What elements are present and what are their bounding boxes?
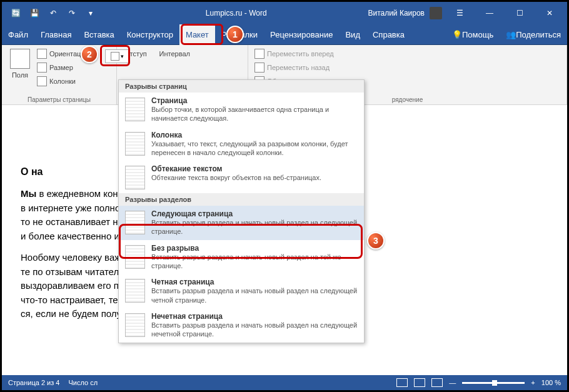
columns-button[interactable]: Колонки [36,75,89,88]
zoom-slider[interactable] [462,382,525,384]
badge-3: 3 [367,232,385,249]
tab-share[interactable]: 👥 Поделиться [500,24,567,45]
undo-icon[interactable]: ↶ [46,6,61,21]
dd-item-next-page[interactable]: Следующая страницаВставить разрыв раздел… [119,206,364,240]
minimize-icon[interactable]: ― [477,2,502,24]
breaks-dropdown: Разрывы страниц СтраницаВыбор точки, в к… [118,79,365,343]
dd-item-column[interactable]: КолонкаУказывает, что текст, следующий з… [119,127,364,161]
page-setup-label: Параметры страницы [7,95,111,103]
column-break-icon [125,132,145,156]
badge-1: 1 [226,26,244,43]
tab-assist[interactable]: 💡 Помощь [446,24,500,45]
bring-forward-icon [254,49,264,59]
zoom-out-icon[interactable]: ― [449,379,456,386]
tab-help[interactable]: Справка [366,24,411,45]
view-web-icon[interactable] [431,378,443,387]
zoom-level[interactable]: 100 % [541,379,561,386]
margins-icon [10,49,30,69]
avatar[interactable] [430,7,442,19]
redo-icon[interactable]: ↷ [64,6,79,21]
tab-view[interactable]: Вид [339,24,366,45]
dd-item-text-wrap[interactable]: Обтекание текстомОбтекание текста вокруг… [119,161,364,193]
qat-more-icon[interactable]: ▾ [83,6,98,21]
text-wrap-icon [125,166,145,189]
badge-2: 2 [81,46,98,63]
page-break-icon [125,98,145,121]
tab-review[interactable]: Рецензирование [264,24,339,45]
status-words[interactable]: Число сл [68,379,98,386]
send-backward-icon [254,63,264,73]
breaks-button-wrap: ▾ [105,49,129,63]
highlight-layout-tab [181,24,223,45]
odd-page-icon [125,313,145,337]
dd-item-page[interactable]: СтраницаВыбор точки, в которой заканчива… [119,93,364,127]
dd-section-section-breaks: Разрывы разделов [119,193,364,206]
tab-file[interactable]: Файл [2,24,34,45]
tab-insert[interactable]: Вставка [78,24,120,45]
bring-forward-button: Переместить вперед [253,48,561,60]
spacing-label: Интервал [159,50,190,58]
ribbon-tabs: Файл Главная Вставка Конструктор Макет Р… [2,24,567,45]
dd-item-even-page[interactable]: Четная страницаВставить разрыв раздела и… [119,274,364,308]
send-backward-button: Переместить назад [253,61,561,74]
ribbon-options-icon[interactable]: ☰ [447,2,472,24]
autosave-icon[interactable]: 🔄 [8,6,23,21]
dd-item-continuous[interactable]: Без разрываВставить разрыв раздела и нач… [119,240,364,274]
margins-button[interactable]: Поля [7,48,33,88]
save-icon[interactable]: 💾 [27,6,42,21]
dd-section-page-breaks: Разрывы страниц [119,80,364,93]
tab-home[interactable]: Главная [34,24,78,45]
window-title: Lumpics.ru - Word [104,9,368,18]
orientation-icon [37,49,47,59]
zoom-in-icon[interactable]: + [531,379,535,386]
dd-item-odd-page[interactable]: Нечетная страницаВставить разрыв раздела… [119,308,364,343]
status-page[interactable]: Страница 2 из 4 [8,379,59,386]
breaks-icon [111,52,119,61]
size-button[interactable]: Размер [36,61,89,74]
continuous-icon [125,245,145,269]
close-icon[interactable]: ✕ [537,2,562,24]
statusbar: Страница 2 из 4 Число сл ― + 100 % [2,375,567,390]
tab-design[interactable]: Конструктор [121,24,179,45]
view-print-icon[interactable] [414,378,425,387]
titlebar: 🔄 💾 ↶ ↷ ▾ Lumpics.ru - Word Виталий Каир… [2,2,567,24]
size-icon [37,63,47,73]
even-page-icon [125,279,145,303]
view-read-icon[interactable] [396,378,408,387]
columns-icon [37,76,47,86]
user-name[interactable]: Виталий Каиров [368,9,425,18]
breaks-button[interactable]: ▾ [105,49,129,63]
maximize-icon[interactable]: ☐ [507,2,532,24]
next-page-icon [125,211,145,234]
